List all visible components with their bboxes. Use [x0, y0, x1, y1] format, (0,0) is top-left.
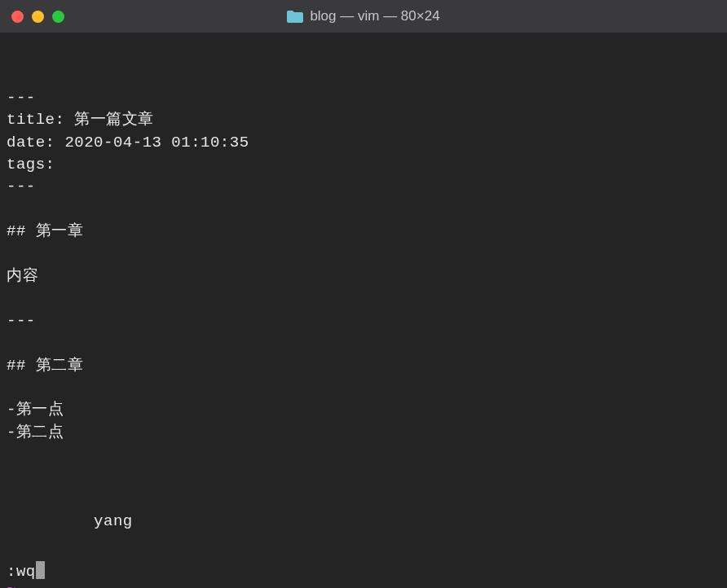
editor-line: 内容: [7, 265, 727, 287]
editor-line: tags:: [7, 154, 727, 176]
vim-command-line[interactable]: :wq: [7, 561, 720, 583]
minimize-button[interactable]: [32, 11, 44, 23]
editor-line: ---: [7, 310, 727, 332]
editor-line: -第二点: [7, 422, 727, 444]
editor-line: [7, 199, 727, 221]
editor-line: [7, 444, 727, 466]
editor-line: [7, 467, 727, 489]
window-title: blog — vim — 80×24: [310, 8, 439, 24]
editor-line: -第一点: [7, 399, 727, 421]
traffic-lights: [11, 11, 64, 23]
editor-line: [7, 489, 727, 511]
editor-line: ---: [7, 87, 727, 109]
command-text: :wq: [7, 563, 36, 581]
editor-line: [7, 287, 727, 309]
cursor: [36, 561, 45, 579]
terminal-content[interactable]: ---title: 第一篇文章date: 2020-04-13 01:10:35…: [0, 33, 727, 588]
editor-line: date: 2020-04-13 01:10:35: [7, 132, 727, 154]
editor-line: yang: [7, 511, 727, 533]
folder-icon: [287, 10, 303, 23]
close-button[interactable]: [11, 11, 24, 23]
editor-line: [7, 332, 727, 354]
editor-line: [7, 244, 727, 265]
maximize-button[interactable]: [52, 11, 64, 23]
window-titlebar: blog — vim — 80×24: [0, 0, 727, 33]
editor-line: [7, 377, 727, 399]
window-title-container: blog — vim — 80×24: [0, 8, 727, 24]
editor-line: ---: [7, 176, 727, 198]
editor-line: ## 第二章: [7, 355, 727, 377]
editor-line: title: 第一篇文章: [7, 109, 727, 131]
editor-line: ## 第一章: [7, 221, 727, 243]
